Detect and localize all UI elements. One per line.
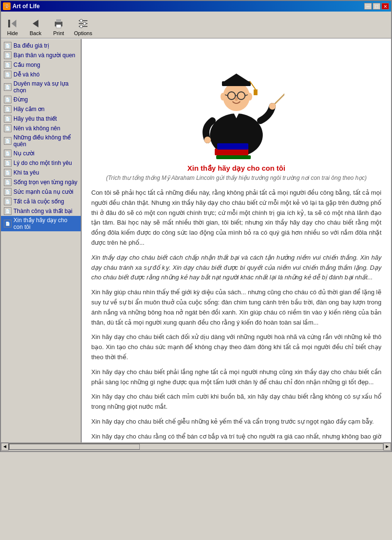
svg-rect-26 bbox=[222, 81, 251, 86]
options-label: Options bbox=[74, 30, 92, 36]
svg-rect-0 bbox=[8, 20, 10, 27]
article-para-3: Xin hãy dạy cho cháu biết cách đối xử dị… bbox=[91, 332, 381, 362]
scroll-track[interactable] bbox=[9, 443, 383, 450]
sidebar-item-16[interactable]: 📄 Thành công và thất bại bbox=[1, 206, 81, 216]
sidebar-item-icon-8: 📄 bbox=[4, 125, 12, 132]
sidebar-item-3[interactable]: 📄 Dễ và khó bbox=[1, 70, 81, 79]
sidebar-item-icon-9: 📄 bbox=[4, 137, 12, 145]
sidebar-item-icon-5: 📄 bbox=[4, 96, 12, 103]
svg-line-13 bbox=[272, 80, 284, 106]
svg-marker-1 bbox=[12, 20, 16, 27]
hide-button[interactable]: Hide bbox=[3, 17, 22, 37]
article-para-4: Xin hãy dạy cho cháu biết phải lắng nghe… bbox=[91, 367, 381, 388]
sidebar-item-17[interactable]: 📄 Xin thầy hãy dạy cho con tôi bbox=[1, 216, 81, 231]
hide-label: Hide bbox=[7, 30, 18, 36]
options-button[interactable]: Options bbox=[72, 17, 94, 37]
sidebar-item-9[interactable]: 📄 Những điều không thể quên bbox=[1, 133, 81, 149]
sidebar-item-0[interactable]: 📄 Ba điều giá trị bbox=[1, 41, 81, 50]
sidebar-item-4[interactable]: 📄 Duyên may và sự lựa chọn bbox=[1, 79, 81, 95]
sidebar-item-label-5: Đừng bbox=[13, 96, 28, 103]
sidebar-item-label-2: Cầu mong bbox=[13, 62, 40, 68]
sidebar-item-7[interactable]: 📄 Hãy yêu tha thiết bbox=[1, 114, 81, 124]
app-icon: 🎨 bbox=[3, 2, 11, 10]
sidebar-item-icon-15: 📄 bbox=[4, 198, 12, 205]
svg-rect-5 bbox=[56, 25, 61, 28]
close-button[interactable]: ✕ bbox=[381, 3, 389, 10]
sidebar-item-icon-12: 📄 bbox=[4, 169, 12, 176]
sidebar-item-label-11: Lý do cho một tình yêu bbox=[13, 160, 72, 166]
scroll-right-button[interactable]: ▶ bbox=[383, 443, 391, 451]
sidebar-item-2[interactable]: 📄 Cầu mong bbox=[1, 60, 81, 70]
print-label: Print bbox=[53, 30, 64, 36]
svg-marker-2 bbox=[33, 20, 38, 27]
scroll-left-button[interactable]: ◀ bbox=[1, 443, 9, 451]
sidebar-item-label-16: Thành công và thất bại bbox=[13, 208, 73, 214]
sidebar-item-icon-4: 📄 bbox=[4, 83, 12, 91]
sidebar-item-icon-10: 📄 bbox=[4, 150, 12, 157]
sidebar-item-icon-6: 📄 bbox=[4, 105, 12, 113]
svg-point-23 bbox=[235, 97, 238, 101]
sidebar-item-12[interactable]: 📄 Khi ta yêu bbox=[1, 168, 81, 177]
hide-icon bbox=[7, 18, 18, 29]
sidebar-item-10[interactable]: 📄 Nụ cười bbox=[1, 149, 81, 158]
sidebar-item-13[interactable]: 📄 Sống trọn vẹn từng ngày bbox=[1, 177, 81, 187]
sidebar-item-icon-11: 📄 bbox=[4, 159, 12, 167]
sidebar-item-label-7: Hãy yêu tha thiết bbox=[13, 115, 57, 122]
content-area[interactable]: Xin thầy hãy dạy cho con tôi (Trích thư … bbox=[82, 39, 391, 442]
svg-point-10 bbox=[83, 22, 86, 25]
sidebar-item-label-17: Xin thầy hãy dạy cho con tôi bbox=[13, 217, 78, 230]
svg-rect-32 bbox=[216, 155, 251, 159]
sidebar-item-label-13: Sống trọn vẹn từng ngày bbox=[13, 179, 77, 186]
sidebar-item-icon-3: 📄 bbox=[4, 71, 12, 78]
article-subtitle: (Trích thư tổng thống Mỹ Abraham Lincoln… bbox=[91, 175, 381, 181]
sidebar-item-label-3: Dễ và khó bbox=[13, 71, 39, 78]
sidebar-item-icon-14: 📄 bbox=[4, 188, 12, 196]
titlebar-left: 🎨 Art of Life bbox=[3, 2, 40, 10]
main-layout: 📄 Ba điều giá trị 📄 Bạn thân và người qu… bbox=[1, 38, 391, 442]
article-para-1: Xin thầy dạy cho cháu biết cách chấp nhậ… bbox=[91, 253, 381, 283]
sidebar-item-label-4: Duyên may và sự lựa chọn bbox=[13, 80, 78, 94]
svg-marker-27 bbox=[224, 74, 248, 81]
article-para-5: Xin hãy dạy cho cháu biết cách mỉm cười … bbox=[91, 392, 381, 412]
svg-point-9 bbox=[80, 19, 83, 22]
titlebar: 🎨 Art of Life ─ □ ✕ bbox=[1, 1, 391, 12]
sidebar-item-label-10: Nụ cười bbox=[13, 150, 35, 157]
svg-point-25 bbox=[247, 93, 252, 100]
svg-rect-4 bbox=[56, 19, 61, 22]
sidebar-item-11[interactable]: 📄 Lý do cho một tình yêu bbox=[1, 158, 81, 168]
sidebar-item-label-15: Tất cả là cuộc sống bbox=[13, 198, 64, 205]
maximize-button[interactable]: □ bbox=[373, 3, 380, 10]
sidebar-item-icon-7: 📄 bbox=[4, 115, 12, 123]
sidebar-item-label-9: Những điều không thể quên bbox=[13, 134, 78, 148]
print-button[interactable]: Print bbox=[49, 17, 68, 37]
article-para-2: Xin hãy giúp cháu nhìn thấy thế giới kỳ … bbox=[91, 288, 381, 327]
scroll-thumb[interactable] bbox=[9, 444, 140, 450]
window-title: Art of Life bbox=[12, 3, 40, 10]
back-button[interactable]: Back bbox=[26, 17, 45, 37]
sidebar-item-5[interactable]: 📄 Đừng bbox=[1, 95, 81, 104]
sidebar-item-6[interactable]: 📄 Hãy cảm ơn bbox=[1, 104, 81, 114]
svg-point-17 bbox=[223, 82, 250, 111]
svg-rect-29 bbox=[254, 89, 257, 95]
app-window: 🎨 Art of Life ─ □ ✕ Hide B bbox=[0, 0, 392, 452]
back-icon bbox=[30, 18, 41, 29]
sidebar-item-label-12: Khi ta yêu bbox=[13, 169, 39, 176]
svg-point-14 bbox=[269, 103, 276, 110]
toolbar: Hide Back Print bbox=[1, 12, 391, 38]
sidebar-item-8[interactable]: 📄 Nên và không nên bbox=[1, 124, 81, 133]
print-icon bbox=[53, 18, 64, 29]
sidebar-item-label-6: Hãy cảm ơn bbox=[13, 106, 45, 113]
sidebar-item-icon-16: 📄 bbox=[4, 207, 12, 215]
svg-point-11 bbox=[80, 25, 83, 28]
minimize-button[interactable]: ─ bbox=[364, 3, 372, 10]
options-icon bbox=[77, 18, 89, 29]
back-label: Back bbox=[30, 30, 41, 36]
sidebar-item-icon-13: 📄 bbox=[4, 178, 12, 186]
sidebar-item-label-8: Nên và không nên bbox=[13, 125, 60, 132]
horizontal-scrollbar: ◀ ▶ bbox=[1, 442, 391, 450]
sidebar-item-14[interactable]: 📄 Sức mạnh của nụ cười bbox=[1, 187, 81, 197]
sidebar-item-1[interactable]: 📄 Bạn thân và người quen bbox=[1, 50, 81, 60]
svg-point-15 bbox=[204, 137, 211, 143]
titlebar-buttons: ─ □ ✕ bbox=[364, 3, 389, 10]
sidebar-item-15[interactable]: 📄 Tất cả là cuộc sống bbox=[1, 197, 81, 206]
